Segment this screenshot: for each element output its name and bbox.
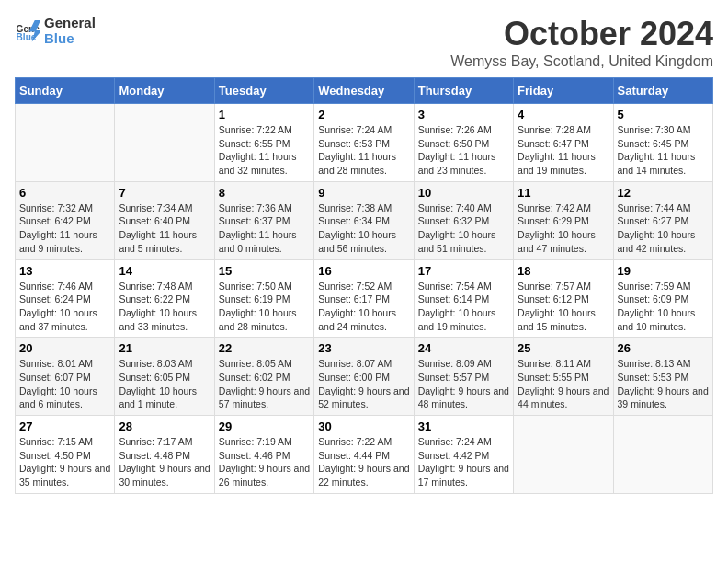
- day-info: Sunrise: 8:01 AMSunset: 6:07 PMDaylight:…: [19, 357, 110, 411]
- day-number: 9: [318, 186, 409, 200]
- calendar-cell: 26Sunrise: 8:13 AMSunset: 5:53 PMDayligh…: [613, 338, 712, 416]
- day-info: Sunrise: 7:48 AMSunset: 6:22 PMDaylight:…: [119, 280, 210, 334]
- weekday-header-friday: Friday: [514, 78, 613, 104]
- day-number: 19: [618, 264, 709, 278]
- day-info: Sunrise: 7:52 AMSunset: 6:17 PMDaylight:…: [318, 280, 409, 334]
- calendar-cell: 11Sunrise: 7:42 AMSunset: 6:29 PMDayligh…: [514, 181, 613, 259]
- calendar-cell: 3Sunrise: 7:26 AMSunset: 6:50 PMDaylight…: [414, 104, 513, 182]
- calendar-cell: 2Sunrise: 7:24 AMSunset: 6:53 PMDaylight…: [314, 104, 414, 182]
- day-number: 24: [418, 341, 509, 355]
- day-number: 3: [418, 108, 509, 121]
- day-number: 10: [418, 186, 509, 200]
- day-number: 7: [119, 186, 210, 200]
- calendar-header: SundayMondayTuesdayWednesdayThursdayFrid…: [16, 78, 713, 104]
- weekday-header-thursday: Thursday: [414, 78, 513, 104]
- calendar-cell: [613, 416, 712, 494]
- logo-text-general: General: [44, 15, 96, 30]
- day-info: Sunrise: 7:59 AMSunset: 6:09 PMDaylight:…: [618, 280, 709, 334]
- calendar-cell: 4Sunrise: 7:28 AMSunset: 6:47 PMDaylight…: [514, 104, 613, 182]
- day-info: Sunrise: 7:22 AMSunset: 6:55 PMDaylight:…: [219, 123, 310, 178]
- calendar-week-5: 27Sunrise: 7:15 AMSunset: 4:50 PMDayligh…: [16, 416, 713, 494]
- calendar-week-4: 20Sunrise: 8:01 AMSunset: 6:07 PMDayligh…: [16, 338, 713, 416]
- day-number: 28: [119, 419, 210, 433]
- calendar-cell: 16Sunrise: 7:52 AMSunset: 6:17 PMDayligh…: [314, 259, 414, 338]
- day-info: Sunrise: 7:32 AMSunset: 6:42 PMDaylight:…: [19, 201, 110, 256]
- calendar-week-1: 1Sunrise: 7:22 AMSunset: 6:55 PMDaylight…: [16, 104, 713, 182]
- weekday-header-row: SundayMondayTuesdayWednesdayThursdayFrid…: [16, 78, 713, 104]
- day-info: Sunrise: 7:57 AMSunset: 6:12 PMDaylight:…: [518, 280, 609, 334]
- day-info: Sunrise: 7:38 AMSunset: 6:34 PMDaylight:…: [318, 201, 409, 256]
- logo-icon: General Blue: [15, 17, 40, 43]
- calendar-cell: 29Sunrise: 7:19 AMSunset: 4:46 PMDayligh…: [214, 416, 313, 494]
- day-info: Sunrise: 8:11 AMSunset: 5:55 PMDaylight:…: [518, 357, 609, 411]
- day-info: Sunrise: 7:26 AMSunset: 6:50 PMDaylight:…: [418, 123, 509, 178]
- day-number: 8: [219, 186, 310, 200]
- day-number: 13: [19, 264, 110, 278]
- calendar-cell: 12Sunrise: 7:44 AMSunset: 6:27 PMDayligh…: [613, 181, 712, 259]
- day-number: 20: [19, 341, 110, 355]
- calendar-week-3: 13Sunrise: 7:46 AMSunset: 6:24 PMDayligh…: [16, 259, 713, 338]
- calendar-cell: 14Sunrise: 7:48 AMSunset: 6:22 PMDayligh…: [115, 259, 214, 338]
- day-info: Sunrise: 7:46 AMSunset: 6:24 PMDaylight:…: [19, 280, 110, 334]
- day-number: 31: [418, 419, 509, 433]
- day-number: 2: [318, 108, 409, 121]
- calendar-cell: 13Sunrise: 7:46 AMSunset: 6:24 PMDayligh…: [16, 259, 115, 338]
- day-number: 27: [19, 419, 110, 433]
- calendar-cell: 10Sunrise: 7:40 AMSunset: 6:32 PMDayligh…: [414, 181, 513, 259]
- day-info: Sunrise: 7:15 AMSunset: 4:50 PMDaylight:…: [19, 435, 110, 489]
- calendar-cell: 19Sunrise: 7:59 AMSunset: 6:09 PMDayligh…: [613, 259, 712, 338]
- logo: General Blue General Blue: [15, 15, 96, 47]
- calendar-cell: 21Sunrise: 8:03 AMSunset: 6:05 PMDayligh…: [115, 338, 214, 416]
- day-info: Sunrise: 7:30 AMSunset: 6:45 PMDaylight:…: [618, 123, 709, 178]
- page-header: General Blue General Blue October 2024 W…: [15, 15, 713, 70]
- day-number: 15: [219, 264, 310, 278]
- weekday-header-saturday: Saturday: [613, 78, 712, 104]
- calendar-cell: 25Sunrise: 8:11 AMSunset: 5:55 PMDayligh…: [514, 338, 613, 416]
- day-info: Sunrise: 7:28 AMSunset: 6:47 PMDaylight:…: [518, 123, 609, 178]
- day-info: Sunrise: 7:22 AMSunset: 4:44 PMDaylight:…: [318, 435, 409, 489]
- day-number: 26: [618, 341, 709, 355]
- month-title: October 2024: [450, 15, 713, 53]
- day-info: Sunrise: 8:09 AMSunset: 5:57 PMDaylight:…: [418, 357, 509, 411]
- day-info: Sunrise: 7:40 AMSunset: 6:32 PMDaylight:…: [418, 201, 509, 256]
- day-number: 1: [219, 108, 310, 121]
- calendar-cell: 8Sunrise: 7:36 AMSunset: 6:37 PMDaylight…: [214, 181, 313, 259]
- day-number: 29: [219, 419, 310, 433]
- calendar-cell: 5Sunrise: 7:30 AMSunset: 6:45 PMDaylight…: [613, 104, 712, 182]
- weekday-header-sunday: Sunday: [16, 78, 115, 104]
- day-info: Sunrise: 7:36 AMSunset: 6:37 PMDaylight:…: [219, 201, 310, 256]
- calendar-cell: 6Sunrise: 7:32 AMSunset: 6:42 PMDaylight…: [16, 181, 115, 259]
- day-number: 5: [618, 108, 709, 121]
- day-info: Sunrise: 7:24 AMSunset: 4:42 PMDaylight:…: [418, 435, 509, 489]
- weekday-header-tuesday: Tuesday: [214, 78, 313, 104]
- day-info: Sunrise: 7:34 AMSunset: 6:40 PMDaylight:…: [119, 201, 210, 256]
- day-number: 17: [418, 264, 509, 278]
- day-info: Sunrise: 7:50 AMSunset: 6:19 PMDaylight:…: [219, 280, 310, 334]
- day-info: Sunrise: 8:13 AMSunset: 5:53 PMDaylight:…: [618, 357, 709, 411]
- calendar-table: SundayMondayTuesdayWednesdayThursdayFrid…: [15, 77, 713, 494]
- day-info: Sunrise: 7:54 AMSunset: 6:14 PMDaylight:…: [418, 280, 509, 334]
- logo-text-blue: Blue: [44, 30, 96, 46]
- calendar-cell: [115, 104, 214, 182]
- calendar-cell: 30Sunrise: 7:22 AMSunset: 4:44 PMDayligh…: [314, 416, 414, 494]
- day-info: Sunrise: 7:19 AMSunset: 4:46 PMDaylight:…: [219, 435, 310, 489]
- calendar-cell: 9Sunrise: 7:38 AMSunset: 6:34 PMDaylight…: [314, 181, 414, 259]
- calendar-cell: 23Sunrise: 8:07 AMSunset: 6:00 PMDayligh…: [314, 338, 414, 416]
- day-info: Sunrise: 8:07 AMSunset: 6:00 PMDaylight:…: [318, 357, 409, 411]
- calendar-cell: 17Sunrise: 7:54 AMSunset: 6:14 PMDayligh…: [414, 259, 513, 338]
- day-info: Sunrise: 7:24 AMSunset: 6:53 PMDaylight:…: [318, 123, 409, 178]
- day-number: 4: [518, 108, 609, 121]
- weekday-header-wednesday: Wednesday: [314, 78, 414, 104]
- day-info: Sunrise: 8:03 AMSunset: 6:05 PMDaylight:…: [119, 357, 210, 411]
- calendar-cell: 20Sunrise: 8:01 AMSunset: 6:07 PMDayligh…: [16, 338, 115, 416]
- calendar-cell: 22Sunrise: 8:05 AMSunset: 6:02 PMDayligh…: [214, 338, 313, 416]
- calendar-cell: 15Sunrise: 7:50 AMSunset: 6:19 PMDayligh…: [214, 259, 313, 338]
- weekday-header-monday: Monday: [115, 78, 214, 104]
- day-info: Sunrise: 7:44 AMSunset: 6:27 PMDaylight:…: [618, 201, 709, 256]
- day-info: Sunrise: 8:05 AMSunset: 6:02 PMDaylight:…: [219, 357, 310, 411]
- day-number: 23: [318, 341, 409, 355]
- calendar-cell: 27Sunrise: 7:15 AMSunset: 4:50 PMDayligh…: [16, 416, 115, 494]
- calendar-cell: [16, 104, 115, 182]
- day-number: 30: [318, 419, 409, 433]
- location: Wemyss Bay, Scotland, United Kingdom: [450, 53, 713, 70]
